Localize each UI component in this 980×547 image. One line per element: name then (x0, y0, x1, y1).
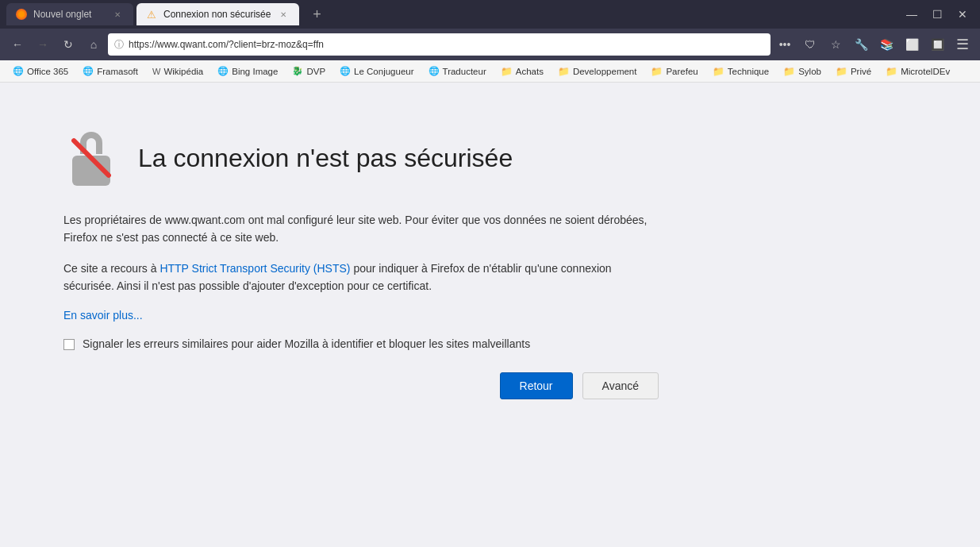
title-bar: Nouvel onglet ✕ ⚠ Connexion non sécurisé… (0, 0, 980, 29)
page-content: La connexion n'est pas sécurisée Les pro… (0, 83, 980, 547)
error-title: La connexion n'est pas sécurisée (138, 144, 513, 173)
bookmark-sylob[interactable]: 📁 Sylob (777, 64, 828, 79)
bookmark-traducteur[interactable]: 🌐 Traducteur (422, 64, 493, 78)
bookmarks-bar: 🌐 Office 365 🌐 Framasoft W Wikipédia 🌐 B… (0, 60, 980, 83)
dvp-icon: 🐉 (292, 66, 303, 76)
error-body: Les propriétaires de www.qwant.com ont m… (63, 211, 659, 295)
hsts-link[interactable]: HTTP Strict Transport Security (HSTS) (159, 262, 350, 275)
warning-tab-icon: ⚠ (146, 9, 157, 20)
back-button[interactable]: ← (6, 33, 29, 56)
library-button[interactable]: 📚 (875, 33, 897, 56)
nav-action-buttons: ••• 🛡 ☆ (774, 33, 847, 56)
bookmark-star-button[interactable]: ☆ (824, 33, 847, 56)
report-checkbox-row: Signaler les erreurs similaires pour aid… (63, 337, 659, 350)
globe-icon-5: 🌐 (429, 66, 440, 76)
globe-icon-3: 🌐 (217, 66, 229, 76)
bookmark-achats[interactable]: 📁 Achats (494, 64, 550, 79)
maximize-button[interactable]: ☐ (926, 3, 948, 25)
bookmark-framasoft[interactable]: 🌐 Framasoft (76, 64, 144, 78)
more-button[interactable]: ••• (774, 33, 796, 56)
tab-nouvel-onglet[interactable]: Nouvel onglet ✕ (6, 3, 133, 25)
report-errors-checkbox[interactable] (63, 339, 75, 350)
bookmark-developpement[interactable]: 📁 Developpement (551, 64, 644, 79)
window-controls: — ☐ ✕ (901, 3, 974, 25)
folder-icon-dev: 📁 (558, 66, 570, 77)
folder-icon-achats: 📁 (501, 66, 513, 77)
minimize-button[interactable]: — (901, 3, 923, 25)
tab-nouvel-onglet-title: Nouvel onglet (33, 9, 105, 20)
report-errors-label: Signaler les erreurs similaires pour aid… (83, 337, 530, 350)
folder-icon-parefeu: 📁 (651, 66, 663, 77)
tab-nouvel-onglet-close[interactable]: ✕ (111, 8, 124, 21)
error-container: La connexion n'est pas sécurisée Les pro… (63, 130, 659, 399)
globe-icon-2: 🌐 (83, 66, 94, 76)
error-paragraph1: Les propriétaires de www.qwant.com ont m… (63, 211, 659, 247)
tab-connexion-close[interactable]: ✕ (277, 8, 290, 21)
security-icon: ⓘ (114, 38, 124, 52)
bookmark-microteldev[interactable]: 📁 MicrotelDEv (879, 64, 956, 79)
firefox-tab-icon (16, 9, 27, 20)
tab-connexion-title: Connexion non sécurisée (163, 9, 271, 20)
folder-icon-sylob: 📁 (783, 66, 795, 77)
url-display: https://www.qwant.com/?client=brz-moz&q=… (129, 39, 764, 50)
address-bar[interactable]: ⓘ https://www.qwant.com/?client=brz-moz&… (108, 33, 771, 56)
back-button-error[interactable]: Retour (500, 372, 573, 399)
bookmark-prive[interactable]: 📁 Privé (829, 64, 878, 79)
wikipedia-icon: W (152, 67, 160, 76)
lock-error-icon (63, 130, 119, 186)
learn-more-link[interactable]: En savoir plus... (63, 309, 143, 322)
container-button[interactable]: 🔲 (926, 33, 948, 56)
bookmark-parefeu[interactable]: 📁 Parefeu (644, 64, 704, 79)
globe-icon: 🌐 (13, 66, 24, 76)
pocket-button[interactable]: 🛡 (799, 33, 821, 56)
folder-icon-technique: 📁 (713, 66, 724, 77)
close-button[interactable]: ✕ (951, 3, 974, 25)
globe-icon-4: 🌐 (340, 66, 351, 76)
synced-tabs-button[interactable]: ⬜ (901, 33, 923, 56)
navigation-bar: ← → ↻ ⌂ ⓘ https://www.qwant.com/?client=… (0, 29, 980, 60)
bookmark-wikipedia[interactable]: W Wikipédia (146, 65, 209, 78)
folder-icon-prive: 📁 (836, 66, 847, 77)
forward-button[interactable]: → (32, 33, 54, 56)
bookmark-conjugueur[interactable]: 🌐 Le Conjugueur (333, 64, 420, 78)
home-button[interactable]: ⌂ (83, 33, 105, 56)
menu-button[interactable]: ☰ (951, 33, 974, 56)
action-buttons: Retour Avancé (63, 372, 659, 399)
bookmark-technique[interactable]: 📁 Technique (706, 64, 775, 79)
error-header: La connexion n'est pas sécurisée (63, 130, 659, 186)
extensions-button[interactable]: 🔧 (850, 33, 872, 56)
bookmark-office365[interactable]: 🌐 Office 365 (6, 64, 75, 78)
tab-connexion-non-securisee[interactable]: ⚠ Connexion non sécurisée ✕ (136, 3, 299, 25)
bookmark-dvp[interactable]: 🐉 DVP (286, 64, 332, 78)
error-paragraph2: Ce site a recours à HTTP Strict Transpor… (63, 260, 659, 295)
folder-icon-microteldev: 📁 (886, 66, 897, 77)
new-tab-button[interactable]: + (306, 3, 328, 25)
advanced-button[interactable]: Avancé (582, 372, 659, 399)
reload-button[interactable]: ↻ (57, 33, 79, 56)
bookmark-bing-image[interactable]: 🌐 Bing Image (211, 64, 284, 78)
